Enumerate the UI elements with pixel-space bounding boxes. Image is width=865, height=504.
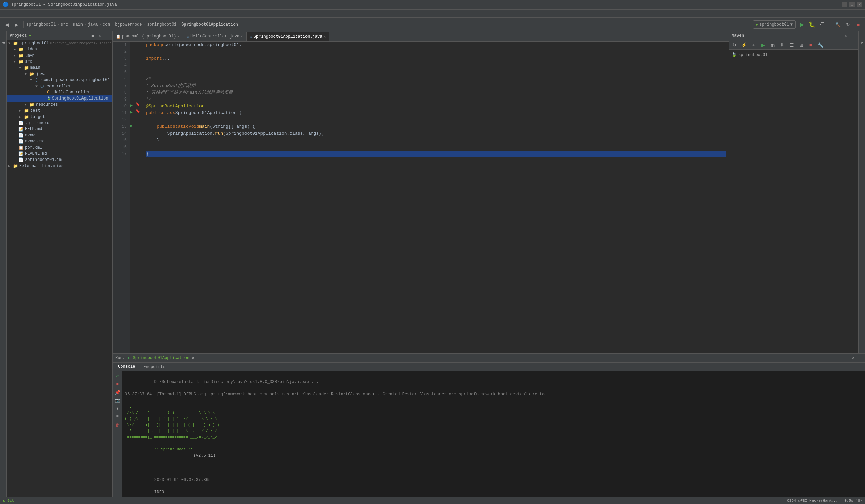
breadcrumb-springboot01[interactable]: springboot01 [26,22,56,27]
spring-logo-6: =========|_|===============|___/=/_/_/_/ [125,434,862,440]
tree-item-mvn[interactable]: ▶ 📁 .mvn [7,52,112,59]
tree-label: springboot01 [20,41,49,46]
tab-pom-close[interactable]: ✕ [177,34,179,38]
maven-tree-item-springboot01[interactable]: 🍃 springboot01 [729,51,858,58]
maven-m-btn[interactable]: m [769,41,777,49]
collapse-all-icon[interactable]: ☰ [90,33,96,38]
tree-item-target[interactable]: ▶ 📁 target [7,114,112,120]
tab-main[interactable]: ☕ Springboot01Application.java ✕ [246,32,330,41]
breadcrumb-com[interactable]: com [103,22,110,27]
breadcrumb-src[interactable]: src [61,22,68,27]
breadcrumb-class[interactable]: Springboot01Application [181,22,238,27]
tree-item-mvnw[interactable]: 📄 mvnw [7,132,112,138]
maven-hide-icon[interactable]: — [850,33,855,38]
tree-item-hello-controller[interactable]: C HelloController [7,89,112,95]
tree-item-iml[interactable]: 📄 springboot01.iml [7,157,112,163]
favorites-icon[interactable]: F [859,76,865,97]
maven-add-btn[interactable]: + [749,41,758,49]
maximize-button[interactable]: □ [849,2,855,8]
run-gutter-icon-10[interactable]: ▶ [130,103,132,108]
maven-stop-btn[interactable]: ■ [807,41,815,49]
maven-expand-btn[interactable]: ⊞ [797,41,805,49]
run-tab-console[interactable]: Console [115,364,138,371]
keyword: class [162,110,175,117]
maven-run-btn[interactable]: ▶ [759,41,767,49]
code-line-2 [146,48,726,55]
tree-item-external-libs[interactable]: ▶ 📁 External Libraries [7,163,112,169]
tab-bar: 📋 pom.xml (springboot01) ✕ ☕ HelloContro… [113,31,729,42]
run-settings-icon[interactable]: ⚙ [850,355,855,361]
tree-item-test[interactable]: ▶ 📁 test [7,108,112,114]
file-icon: 📝 [19,151,24,156]
run-config-selector[interactable]: ▶ springboot01 ▼ [753,21,796,28]
tree-item-idea[interactable]: ▶ 📁 .idea [7,46,112,52]
filter-icon[interactable]: ≡ [114,414,120,420]
keyword: import [146,55,162,62]
tree-item-springboot01[interactable]: ▼ 📁 springboot01 H:\power_node\Projects\… [7,40,112,46]
back-button[interactable]: ◀ [3,21,11,28]
project-panel-header: Project ❖ ☰ ⚙ — [7,31,112,40]
run-hide-icon[interactable]: — [857,355,862,361]
snapshot-icon[interactable]: 📷 [114,397,120,403]
clear-icon[interactable]: 🗑 [114,422,120,428]
settings-icon[interactable]: ⚙ [97,33,103,38]
folder-icon: 📁 [19,59,24,64]
tree-item-src[interactable]: ▼ 📁 src [7,59,112,65]
tree-item-main-app[interactable]: 🍃 Springboot01Application [7,95,112,102]
breadcrumb-bjpowernode[interactable]: bjpowernode [115,22,142,27]
tree-item-package[interactable]: ▼ ⬡ com.bjpowernode.springboot01 [7,77,112,83]
run-tab-endpoints[interactable]: Endpoints [140,364,168,370]
tree-item-controller[interactable]: ▼ ⬡ controller [7,83,112,89]
tree-item-readme-md[interactable]: 📝 README.md [7,151,112,157]
maven-settings-icon[interactable]: ⚙ [843,33,849,38]
breadcrumb-java[interactable]: java [88,22,98,27]
tree-item-help-md[interactable]: 📝 HELP.md [7,126,112,132]
stop-button[interactable]: ■ [854,21,862,28]
stop-icon[interactable]: ■ [114,381,120,387]
maven-collapse-btn[interactable]: ☰ [788,41,796,49]
pin-icon[interactable]: 📌 [114,389,120,395]
tree-item-mvnw-cmd[interactable]: 📄 mvnw.cmd [7,138,112,144]
debug-button[interactable]: 🐛 [808,21,816,28]
tree-item-gitignore[interactable]: 📄 .gitignore [7,120,112,126]
breadcrumb-main[interactable]: main [73,22,83,27]
maven-wrench-btn[interactable]: 🔧 [816,41,824,49]
minimize-button[interactable]: — [842,2,847,8]
console-output[interactable]: D:\SoftwareInstallationDirectory\Java\jd… [122,372,865,496]
sync-button[interactable]: ↻ [844,21,852,28]
scroll-icon[interactable]: ⬇ [114,406,120,412]
run-gutter-icon-11[interactable]: ▶ [130,110,132,115]
breadcrumb-sep-3: › [84,23,86,26]
code-content[interactable]: package com.bjpowernode.springboot01; im… [143,42,729,353]
menu-bar [0,10,865,18]
code-editor[interactable]: 1 2 3 4 5 6 7 8 9 10 11 12 13 14 [113,42,729,353]
tree-item-main[interactable]: ▼ 📁 main [7,65,112,71]
maven-install-btn[interactable]: ⬇ [778,41,786,49]
run-close-icon[interactable]: ✕ [192,356,194,360]
hide-panel-icon[interactable]: — [104,33,109,38]
maven-lifecycle-btn[interactable]: ⚡ [740,41,748,49]
project-panel-title: Project [10,33,26,38]
tree-item-pom-xml[interactable]: 📋 pom.xml [7,144,112,151]
editor-with-tabs: 📋 pom.xml (springboot01) ✕ ☕ HelloContro… [113,31,865,353]
folder-icon: 📁 [29,102,35,107]
run-gutter-icon-13[interactable]: ▶ [130,124,132,128]
rerun-icon[interactable]: ↺ [114,373,120,379]
run-button[interactable]: ▶ [798,21,806,28]
build-button[interactable]: 🔨 [834,21,842,28]
tab-hello[interactable]: ☕ HelloController.java ✕ [183,32,246,41]
comment: * SpringBoot的启动类 [146,82,196,89]
forward-button[interactable]: ▶ [12,21,21,28]
tab-hello-close[interactable]: ✕ [241,34,243,38]
breadcrumb-springboot01-pkg[interactable]: springboot01 [147,22,176,27]
tree-item-resources[interactable]: ▶ 📁 resources [7,102,112,108]
coverage-button[interactable]: 🛡 [818,21,827,28]
tree-item-java[interactable]: ▼ 📂 java [7,71,112,77]
tab-pom[interactable]: 📋 pom.xml (springboot01) ✕ [113,32,183,41]
structure-icon[interactable]: S [859,33,865,53]
expand-arrow: ▶ [19,109,24,113]
maven-refresh-btn[interactable]: ↻ [730,41,738,49]
tab-main-close[interactable]: ✕ [324,35,326,39]
close-button[interactable]: ✕ [857,2,862,8]
project-icon[interactable]: P [1,33,6,53]
